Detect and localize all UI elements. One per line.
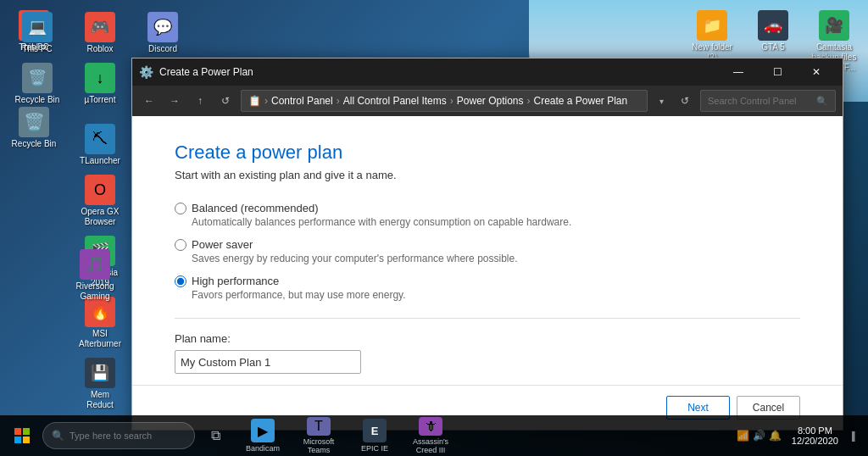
icon-tlauncher[interactable]: ⛏ TLauncher [73,120,127,170]
up-button[interactable]: ↑ [190,91,210,111]
spacer1 [10,120,71,129]
divider [175,318,800,319]
page-title: Create a power plan [175,142,800,164]
plan-name-section: Plan name: [175,332,800,374]
radio-row-highperf: High performance [175,275,800,287]
taskbar-app-teams[interactable]: T Microsoft Teams [292,417,346,454]
svg-rect-2 [14,437,21,443]
radio-balanced-label[interactable]: Balanced (recommended) [192,202,319,214]
clock-time: 8:00 PM [792,425,838,436]
create-power-plan-window: ⚙️ Create a Power Plan — ☐ ✕ ← → ↑ ↺ 📋 ›… [131,58,843,431]
icon-recycle[interactable]: 🗑️ Recycle Bin [10,59,64,119]
back-button[interactable]: ← [139,91,159,111]
assassins-task-icon: 🗡 [419,417,442,436]
icon-opera[interactable]: O Opera GX Browser [73,171,127,231]
plan-name-input[interactable] [175,350,361,374]
taskbar-clock[interactable]: 8:00 PM 12/20/2020 [785,425,845,446]
spacer3 [10,232,71,241]
desktop: 💻 This PC 🗑️ Recycle Bin 🎮 Roblox 💻 This… [0,0,868,456]
radio-highperf-desc: Favors performance, but may use more ene… [192,289,800,301]
taskbar-search-label: Type here to search [70,431,152,441]
window-titlebar: ⚙️ Create a Power Plan — ☐ ✕ [132,58,843,86]
utorrent-icon: ↓ [85,63,115,93]
icon-this-pc[interactable]: 💻 This PC [10,8,64,58]
windows-logo-icon [14,428,30,443]
radio-powersaver-label[interactable]: Power saver [192,238,253,251]
desktop-icons-bottom: 🎵 Riversong Gaming [68,246,122,305]
radio-row-powersaver: Power saver [175,238,800,251]
discord-icon: 💬 [147,12,178,42]
path-create-plan: Create a Power Plan [533,95,627,107]
address-path[interactable]: 📋 › Control Panel › All Control Panel It… [241,90,648,112]
bandicam-task-icon: ▶ [251,419,275,442]
teams-task-label: Microsoft Teams [292,437,346,454]
close-button[interactable]: ✕ [797,58,836,86]
teams-task-icon: T [307,417,331,436]
radio-option-highperf: High performance Favors performance, but… [175,275,800,301]
icon-roblox[interactable]: 🎮 Roblox [73,8,127,58]
taskbar-search[interactable]: 🔍 Type here to search [42,422,195,449]
window-content: Create a power plan Start with an existi… [132,116,843,385]
refresh-button[interactable]: ↺ [675,91,695,111]
radio-balanced[interactable] [175,203,186,214]
task-view-icon: ⧉ [211,428,220,443]
spacer4 [10,293,71,302]
icon-discord[interactable]: 💬 Discord [136,8,190,58]
path-power-options: Power Options [457,95,524,107]
camtasia-backup-icon: 🎥 [819,10,849,41]
forward-button[interactable]: → [164,91,185,111]
svg-rect-3 [23,437,30,443]
volume-icon[interactable]: 🔊 [753,430,765,442]
radio-powersaver-desc: Saves energy by reducing your computer's… [192,253,800,264]
search-box[interactable]: 🔍 [700,90,836,112]
radio-group: Balanced (recommended) Automatically bal… [175,202,800,301]
icon-riversong[interactable]: 🎵 Riversong Gaming [68,246,122,305]
recent-button[interactable]: ↺ [215,91,236,111]
window-title: Create a Power Plan [159,66,719,78]
icon-memreduct[interactable]: 💾 Mem Reduct [73,354,127,414]
network-icon[interactable]: 📶 [737,430,749,442]
spacer5 [10,354,71,363]
taskbar-right: 📶 🔊 🔔 8:00 PM 12/20/2020 ▌ [737,425,865,446]
taskbar-apps: ▶ Bandicam T Microsoft Teams E EPIC IE 🗡… [236,417,458,454]
recycle-bin-icon2: 🗑️ [22,63,53,93]
spacer2 [10,171,71,180]
new-folder-icon: 📁 [697,10,727,41]
riversong-icon: 🎵 [80,249,110,280]
search-input[interactable] [708,96,813,106]
start-button[interactable] [3,417,41,454]
epic-task-icon: E [363,419,387,442]
path-item-icon: 📋 [248,95,261,107]
taskbar-app-assassins[interactable]: 🗡 Assassin's Creed III [403,417,458,454]
radio-option-balanced: Balanced (recommended) Automatically bal… [175,202,800,228]
epic-task-label: EPIC IE [361,444,388,453]
roblox-icon2: 🎮 [85,12,115,42]
show-desktop-button[interactable]: ▌ [849,431,861,441]
taskbar-app-epic[interactable]: E EPIC IE [348,417,402,454]
radio-highperf-label[interactable]: High performance [192,275,279,287]
address-dropdown[interactable]: ▾ [653,90,670,112]
taskbar-app-bandicam[interactable]: ▶ Bandicam [236,417,290,454]
gta5-icon: 🚗 [758,10,788,41]
path-all-items: All Control Panel Items [343,95,447,107]
radio-balanced-desc: Automatically balances performance with … [192,216,800,228]
notification-icon[interactable]: 🔔 [769,430,782,442]
clock-date: 12/20/2020 [792,436,838,446]
opera-icon: O [85,175,115,205]
address-bar: ← → ↑ ↺ 📋 › Control Panel › All Control … [132,86,843,116]
page-subtitle: Start with an existing plan and give it … [175,169,800,181]
search-icon: 🔍 [816,96,828,107]
icon-utorrent[interactable]: ↓ µTorrent [73,59,127,119]
bandicam-task-label: Bandicam [246,444,280,453]
minimize-button[interactable]: — [719,58,758,86]
maximize-button[interactable]: ☐ [758,58,797,86]
radio-row-balanced: Balanced (recommended) [175,202,800,214]
this-pc-icon2: 💻 [22,12,53,42]
window-controls: — ☐ ✕ [719,58,836,86]
radio-highperformance[interactable] [175,275,186,287]
tlauncher-icon: ⛏ [85,124,115,154]
svg-rect-1 [23,428,30,435]
radio-powersaver[interactable] [175,239,186,251]
task-view-button[interactable]: ⧉ [197,417,234,454]
svg-rect-0 [14,428,21,435]
